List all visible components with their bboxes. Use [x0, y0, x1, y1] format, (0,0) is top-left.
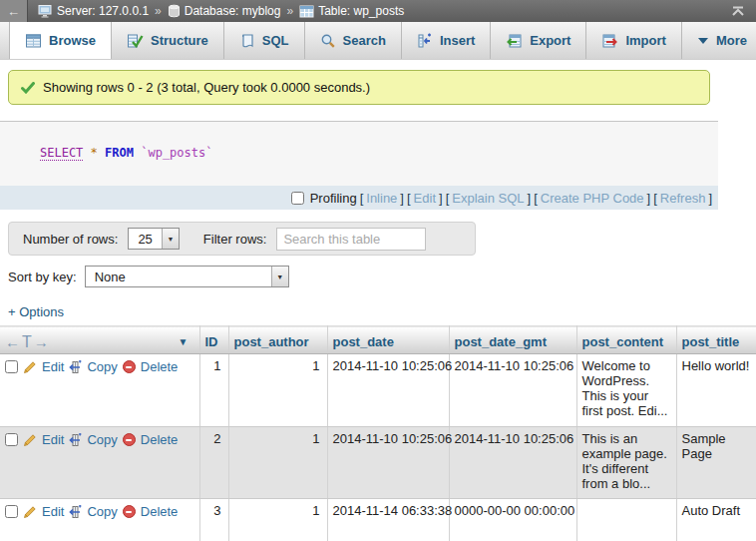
tab-more-label: More	[716, 33, 747, 48]
column-nav-left-icon[interactable]: ←	[5, 333, 20, 350]
cell-id: 3	[199, 499, 228, 541]
options-toggle-link[interactable]: + Options	[8, 304, 64, 319]
cell-post-date: 2014-11-10 10:25:06	[327, 427, 449, 499]
status-message: Showing rows 0 - 2 (3 total, Query took …	[8, 70, 710, 105]
check-icon	[21, 82, 35, 94]
breadcrumb-database-label: Database: myblog	[185, 4, 281, 18]
query-toolbar: Profiling [ Inline ] [ Edit ] [ Explain …	[0, 186, 718, 210]
tab-more[interactable]: More	[682, 22, 756, 59]
sort-by-key-label: Sort by key:	[8, 270, 77, 284]
filter-rows-input[interactable]	[276, 228, 426, 251]
tab-browse[interactable]: Browse	[9, 22, 112, 59]
copy-icon	[69, 505, 82, 519]
chevron-down-icon	[697, 36, 709, 46]
profiling-label: Profiling	[310, 191, 357, 206]
sql-icon	[239, 33, 255, 49]
table-row: Edit Copy Delete 2 1 2014-11-10 10:25:06…	[0, 427, 756, 499]
edit-query-link[interactable]: Edit	[414, 191, 436, 206]
edit-row-link[interactable]: Edit	[42, 432, 64, 447]
tab-insert[interactable]: Insert	[402, 22, 491, 59]
tab-sql-label: SQL	[262, 33, 289, 48]
tab-search[interactable]: Search	[305, 22, 402, 59]
explain-sql-link[interactable]: Explain SQL	[452, 191, 524, 206]
bracket: [	[407, 191, 411, 206]
tab-import[interactable]: Import	[586, 22, 681, 59]
copy-row-link[interactable]: Copy	[87, 432, 117, 447]
number-of-rows-value: 25	[129, 232, 161, 247]
edit-row-link[interactable]: Edit	[42, 504, 64, 519]
edit-row-link[interactable]: Edit	[42, 359, 64, 374]
cell-post-date-gmt: 2014-11-10 10:25:06	[449, 354, 576, 427]
copy-row-link[interactable]: Copy	[87, 359, 117, 374]
cell-post-author: 1	[228, 499, 327, 541]
tab-structure[interactable]: Structure	[112, 22, 224, 59]
refresh-link[interactable]: Refresh	[660, 191, 706, 206]
copy-row-link[interactable]: Copy	[87, 504, 117, 519]
delete-row-link[interactable]: Delete	[141, 432, 179, 447]
cell-post-date-gmt: 2014-11-10 10:25:06	[449, 427, 576, 499]
delete-icon	[123, 360, 136, 373]
breadcrumb-table[interactable]: Table: wp_posts	[299, 4, 404, 18]
number-of-rows-select[interactable]: 25 ▼	[128, 228, 179, 250]
tab-sql[interactable]: SQL	[224, 22, 305, 59]
collapse-icon[interactable]	[720, 6, 756, 17]
breadcrumb-server[interactable]: Server: 127.0.0.1	[38, 4, 149, 18]
cell-post-title: Auto Draft	[676, 499, 756, 541]
column-header-id[interactable]: ID	[199, 326, 228, 354]
sql-query-text: SELECT * FROM `wp_posts`	[40, 146, 718, 160]
breadcrumb-separator: »	[154, 4, 163, 18]
phpmyadmin-window: ← Server: 127.0.0.1 » Database: myblog »	[0, 0, 756, 541]
breadcrumb-database[interactable]: Database: myblog	[168, 4, 281, 18]
cell-post-author: 1	[228, 427, 327, 499]
cell-post-title: Hello world!	[676, 354, 756, 427]
bracket: [	[360, 191, 364, 206]
cell-post-date-gmt: 0000-00-00 00:00:00	[449, 499, 576, 541]
column-nav-right-icon[interactable]: →	[34, 333, 49, 350]
delete-row-link[interactable]: Delete	[141, 504, 179, 519]
cell-post-date: 2014-11-10 10:25:06	[327, 354, 449, 427]
sort-controls: Sort by key: None ▼	[8, 266, 756, 287]
tab-bar: Browse Structure SQL Search Insert	[0, 22, 756, 60]
tab-import-label: Import	[625, 33, 665, 48]
structure-icon	[127, 33, 144, 49]
column-header-post-content[interactable]: post_content	[576, 326, 676, 354]
results-controls-bar: Number of rows: 25 ▼ Filter rows:	[8, 222, 476, 256]
pencil-icon	[23, 505, 37, 519]
back-arrow-icon[interactable]: ←	[0, 0, 28, 22]
cell-post-title: Sample Page	[676, 427, 756, 499]
row-checkbox[interactable]	[5, 505, 18, 518]
column-header-post-date[interactable]: post_date	[327, 326, 449, 354]
breadcrumb-server-label: Server: 127.0.0.1	[57, 4, 149, 18]
export-icon	[506, 33, 523, 49]
sort-by-key-value: None	[86, 270, 135, 284]
copy-icon	[69, 433, 82, 447]
breadcrumb-separator: »	[285, 4, 294, 18]
breadcrumb: ← Server: 127.0.0.1 » Database: myblog »	[0, 0, 756, 22]
sql-star: *	[91, 146, 98, 160]
actions-column-header: ← T → ▼	[0, 326, 199, 354]
inline-link[interactable]: Inline	[366, 191, 397, 206]
column-header-post-title[interactable]: post_title	[676, 326, 756, 354]
tab-export-label: Export	[530, 33, 570, 48]
delete-row-link[interactable]: Delete	[141, 359, 179, 374]
column-header-post-date-gmt[interactable]: post_date_gmt	[449, 326, 576, 354]
bracket: ]	[439, 191, 443, 206]
sort-indicator-icon[interactable]: ▼	[179, 336, 189, 347]
cell-post-date: 2014-11-14 06:33:38	[327, 499, 449, 541]
column-header-post-author[interactable]: post_author	[228, 326, 327, 354]
row-checkbox[interactable]	[5, 433, 18, 446]
copy-icon	[69, 360, 82, 374]
sort-by-key-select[interactable]: None ▼	[85, 266, 289, 287]
sql-keyword-select[interactable]: SELECT	[40, 146, 83, 161]
profiling-checkbox[interactable]	[291, 192, 304, 205]
tab-structure-label: Structure	[151, 33, 208, 48]
tab-export[interactable]: Export	[491, 22, 586, 59]
sql-keyword-from: FROM	[105, 146, 134, 160]
row-checkbox[interactable]	[5, 360, 18, 373]
create-php-code-link[interactable]: Create PHP Code	[541, 191, 644, 206]
browse-icon	[25, 33, 42, 49]
database-icon	[168, 4, 181, 18]
column-nav-tee-icon[interactable]: T	[22, 333, 32, 351]
pencil-icon	[23, 360, 37, 374]
tab-insert-label: Insert	[440, 33, 475, 48]
